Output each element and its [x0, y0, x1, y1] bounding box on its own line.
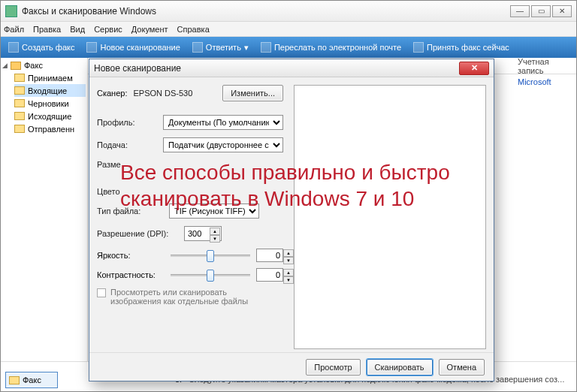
dialog-title: Новое сканирование — [94, 63, 459, 74]
minimize-button[interactable]: — — [510, 5, 530, 17]
spin-down-icon[interactable]: ▼ — [210, 235, 220, 243]
tree-item-label: Отправленн — [28, 125, 74, 134]
spin-up-icon[interactable]: ▲ — [210, 228, 220, 235]
folder-icon — [14, 125, 25, 133]
toolbar-receive-label: Принять факс сейчас — [427, 43, 509, 52]
folder-icon — [14, 74, 25, 82]
dialog-close-button[interactable]: ✕ — [459, 62, 489, 75]
spin-down-icon[interactable]: ▼ — [283, 257, 294, 264]
contrast-value[interactable]: 0 ▲▼ — [256, 268, 283, 282]
tree-children: Принимаем Входящие Черновики Исходящие О… — [14, 71, 86, 135]
spin-down-icon[interactable]: ▼ — [283, 276, 294, 284]
spin-up-icon[interactable]: ▲ — [283, 269, 294, 276]
menu-file[interactable]: Файл — [4, 25, 24, 34]
tree-root[interactable]: ◢ Факс — [2, 61, 86, 70]
toolbar-new-scan[interactable]: Новое сканирование — [82, 41, 184, 54]
separate-files-checkbox[interactable] — [97, 288, 106, 297]
toolbar-reply[interactable]: Ответить▾ — [188, 41, 253, 54]
brightness-slider[interactable] — [171, 249, 250, 262]
scanner-value: EPSON DS-530 — [133, 89, 192, 98]
sidebar: ◢ Факс Принимаем Входящие Черновики Исхо… — [1, 58, 88, 391]
forward-icon — [261, 42, 271, 53]
toolbar-new-fax[interactable]: Создать факс — [4, 41, 79, 54]
slider-thumb[interactable] — [207, 270, 214, 282]
tree-item-inbox[interactable]: Входящие — [14, 84, 86, 97]
scan-button[interactable]: Сканировать — [367, 359, 433, 375]
contrast-value-text: 0 — [276, 270, 280, 279]
app-icon — [5, 5, 17, 17]
folder-icon — [14, 112, 25, 120]
feed-label: Подача: — [97, 140, 159, 149]
tree-item-sent[interactable]: Отправленн — [14, 122, 86, 135]
maximize-button[interactable]: ▭ — [531, 5, 551, 17]
color-label: Цвето — [97, 187, 165, 196]
slider-thumb[interactable] — [207, 250, 214, 262]
fax-icon — [8, 42, 19, 53]
brightness-value-text: 0 — [276, 251, 280, 260]
toolbar-new-scan-label: Новое сканирование — [100, 43, 180, 52]
menu-help[interactable]: Справка — [177, 25, 210, 34]
spin-up-icon[interactable]: ▲ — [283, 249, 294, 257]
dpi-value: 300 — [188, 229, 201, 238]
tree-toggle-icon[interactable]: ◢ — [2, 62, 8, 69]
tree-item-label: Принимаем — [28, 74, 73, 83]
brightness-value[interactable]: 0 ▲▼ — [256, 249, 283, 262]
account-value[interactable]: Microsoft — [518, 74, 572, 86]
dialog-titlebar[interactable]: Новое сканирование ✕ — [89, 59, 494, 77]
account-header: Учетная запись — [518, 58, 572, 74]
preview-button[interactable]: Просмотр — [306, 359, 360, 375]
filetype-label: Тип файла: — [97, 207, 165, 216]
folder-icon — [14, 99, 25, 107]
dialog-body: Сканер: EPSON DS-530 Изменить... Профиль… — [89, 77, 494, 352]
menu-edit[interactable]: Правка — [33, 25, 61, 34]
window-title: Факсы и сканирование Windows — [22, 6, 510, 17]
menu-tools[interactable]: Сервис — [94, 25, 122, 34]
tree-item-label: Черновики — [28, 99, 69, 108]
toolbar-receive-fax[interactable]: Принять факс сейчас — [409, 41, 514, 54]
menubar: Файл Правка Вид Сервис Документ Справка — [1, 22, 576, 37]
folder-icon — [9, 376, 20, 384]
scan-icon — [86, 42, 97, 53]
new-scan-dialog: Новое сканирование ✕ Сканер: EPSON DS-53… — [89, 59, 494, 381]
toolbar-forward-email[interactable]: Переслать по электронной почте — [256, 41, 406, 54]
tree-item-drafts[interactable]: Черновики — [14, 97, 86, 110]
size-label: Разме — [97, 160, 165, 169]
main-titlebar[interactable]: Факсы и сканирование Windows — ▭ ✕ — [1, 1, 576, 22]
profile-label: Профиль: — [97, 118, 159, 127]
tree-item-outgoing[interactable]: Исходящие — [14, 110, 86, 122]
tree-root-label: Факс — [24, 61, 43, 70]
contrast-slider[interactable] — [171, 268, 250, 282]
bottom-tab-fax[interactable]: Факс — [5, 372, 58, 388]
bottom-tab-label: Факс — [23, 375, 41, 384]
folder-icon — [11, 62, 21, 70]
folder-icon — [14, 86, 25, 95]
dpi-label: Разрешение (DPI): — [97, 229, 180, 238]
close-button[interactable]: ✕ — [552, 5, 572, 17]
tree-item-label: Входящие — [28, 86, 67, 95]
window-controls: — ▭ ✕ — [510, 5, 572, 17]
reply-icon — [192, 42, 203, 53]
tree-item-label: Исходящие — [28, 112, 71, 121]
brightness-label: Яркость: — [97, 251, 165, 260]
cancel-button[interactable]: Отмена — [439, 359, 485, 375]
scanner-label: Сканер: — [97, 89, 127, 98]
toolbar-new-fax-label: Создать факс — [22, 43, 74, 52]
contrast-label: Контрастность: — [97, 270, 165, 279]
receive-icon — [413, 42, 424, 53]
change-scanner-button[interactable]: Изменить... — [222, 85, 283, 101]
dpi-input[interactable]: 300 ▲▼ — [184, 226, 222, 241]
profile-select[interactable]: Документы (По умолчанию) — [163, 115, 283, 130]
toolbar-reply-label: Ответить — [206, 43, 241, 52]
menu-view[interactable]: Вид — [70, 25, 85, 34]
filetype-select[interactable]: TIF (Рисунок TIFF) — [169, 204, 259, 219]
toolbar-forward-label: Переслать по электронной почте — [274, 43, 401, 52]
tree-item-incoming[interactable]: Принимаем — [14, 71, 86, 84]
separate-files-label: Просмотреть или сканировать изображения … — [110, 288, 268, 306]
scan-preview-area — [294, 85, 486, 349]
menu-document[interactable]: Документ — [131, 25, 168, 34]
toolbar: Создать факс Новое сканирование Ответить… — [1, 37, 576, 58]
feed-select[interactable]: Податчик (двустороннее сканир — [163, 137, 283, 152]
dialog-left-panel: Сканер: EPSON DS-530 Изменить... Профиль… — [89, 77, 291, 352]
dialog-footer: Просмотр Сканировать Отмена — [89, 352, 494, 381]
account-column: Учетная запись Microsoft — [518, 58, 572, 86]
